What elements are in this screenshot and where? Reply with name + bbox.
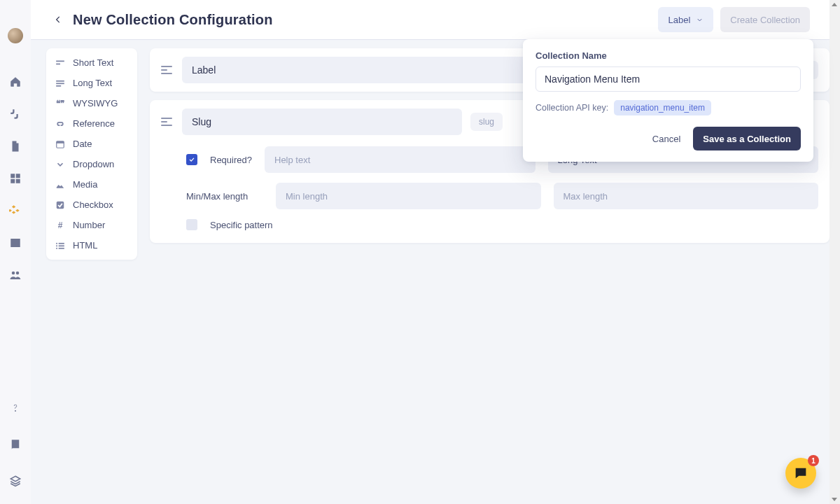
scroll-up-icon xyxy=(832,3,837,6)
palette-media[interactable]: Media xyxy=(46,174,137,195)
number-icon: # xyxy=(55,220,66,230)
nav-layers-icon[interactable] xyxy=(8,473,23,489)
dropdown-icon xyxy=(55,160,66,169)
help-text-input[interactable] xyxy=(265,146,536,173)
label-field-dropdown-text: Label xyxy=(668,15,690,25)
palette-long-text[interactable]: Long Text xyxy=(46,73,137,93)
nav-collections-icon[interactable] xyxy=(8,203,23,218)
save-as-collection-button[interactable]: Save as a Collection xyxy=(693,127,801,150)
palette-short-text[interactable]: Short Text xyxy=(46,52,137,73)
svg-rect-9 xyxy=(59,242,64,244)
palette-reference[interactable]: Reference xyxy=(46,113,137,134)
page-header: New Collection Configuration Label Creat… xyxy=(31,0,830,40)
max-length-input[interactable] xyxy=(554,183,819,209)
wysiwyg-icon: ❝❞ xyxy=(55,99,66,108)
create-collection-button[interactable]: Create Collection xyxy=(720,7,810,32)
nav-grid-icon[interactable] xyxy=(8,171,23,186)
palette-date[interactable]: Date xyxy=(46,134,137,154)
field-palette: Short Text Long Text ❝❞ WYSIWYG Referenc… xyxy=(46,48,137,260)
short-text-icon xyxy=(55,58,66,68)
page-title: New Collection Configuration xyxy=(73,12,273,28)
palette-checkbox[interactable]: Checkbox xyxy=(46,195,137,215)
long-text-icon xyxy=(55,78,66,88)
required-checkbox[interactable] xyxy=(186,154,197,165)
svg-rect-12 xyxy=(56,247,57,248)
label-field-dropdown[interactable]: Label xyxy=(658,7,713,32)
svg-rect-13 xyxy=(59,247,64,248)
avatar[interactable] xyxy=(8,28,23,43)
nav-book-icon[interactable] xyxy=(8,437,23,452)
palette-number[interactable]: # Number xyxy=(46,215,137,235)
nav-plugin-icon[interactable] xyxy=(8,106,23,122)
slug-field-api-chip: slug xyxy=(470,113,503,131)
required-label: Required? xyxy=(210,155,252,165)
svg-rect-10 xyxy=(56,245,57,246)
collection-apikey-chip: navigation_menu_item xyxy=(614,100,711,115)
nav-users-icon[interactable] xyxy=(8,267,23,283)
svg-rect-1 xyxy=(56,63,60,64)
palette-html[interactable]: HTML xyxy=(46,235,137,255)
svg-rect-8 xyxy=(56,242,57,244)
specific-pattern-label: Specific pattern xyxy=(210,220,273,230)
svg-rect-11 xyxy=(59,245,64,246)
drag-handle-icon[interactable] xyxy=(161,66,174,74)
min-length-input[interactable] xyxy=(276,183,541,209)
slug-field-name-input[interactable] xyxy=(182,108,462,135)
back-button[interactable] xyxy=(50,12,66,27)
app-rail xyxy=(0,0,31,504)
drag-handle-icon[interactable] xyxy=(161,118,174,126)
cancel-button[interactable]: Cancel xyxy=(648,133,685,145)
check-icon xyxy=(188,156,195,163)
specific-pattern-checkbox[interactable] xyxy=(186,219,197,230)
chevron-down-icon xyxy=(696,16,704,24)
intercom-launcher[interactable]: 1 xyxy=(785,458,816,489)
scrollbar[interactable] xyxy=(830,0,840,504)
chat-icon xyxy=(793,465,808,481)
palette-wysiwyg[interactable]: ❝❞ WYSIWYG xyxy=(46,93,137,113)
palette-dropdown[interactable]: Dropdown xyxy=(46,154,137,174)
checkbox-icon xyxy=(55,200,66,210)
collection-name-label: Collection Name xyxy=(536,50,801,61)
media-icon xyxy=(55,180,66,190)
collection-name-popover: Collection Name Collection API key: navi… xyxy=(523,39,813,162)
notification-badge: 1 xyxy=(808,455,819,466)
reference-icon xyxy=(55,119,66,129)
svg-rect-3 xyxy=(56,83,64,84)
nav-help-icon[interactable] xyxy=(8,400,23,416)
nav-docs-icon[interactable] xyxy=(8,139,23,154)
svg-rect-4 xyxy=(56,85,61,86)
svg-rect-7 xyxy=(57,201,64,209)
nav-home-icon[interactable] xyxy=(8,74,23,90)
minmax-label: Min/Max length xyxy=(186,191,263,202)
svg-rect-6 xyxy=(57,141,64,143)
nav-image-icon[interactable] xyxy=(8,235,23,251)
date-icon xyxy=(55,139,66,149)
svg-rect-0 xyxy=(56,60,64,62)
scroll-down-icon xyxy=(832,498,837,501)
collection-apikey-label: Collection API key: xyxy=(536,103,608,113)
html-icon xyxy=(55,241,66,251)
svg-rect-2 xyxy=(56,80,64,81)
collection-name-input[interactable] xyxy=(536,66,801,92)
